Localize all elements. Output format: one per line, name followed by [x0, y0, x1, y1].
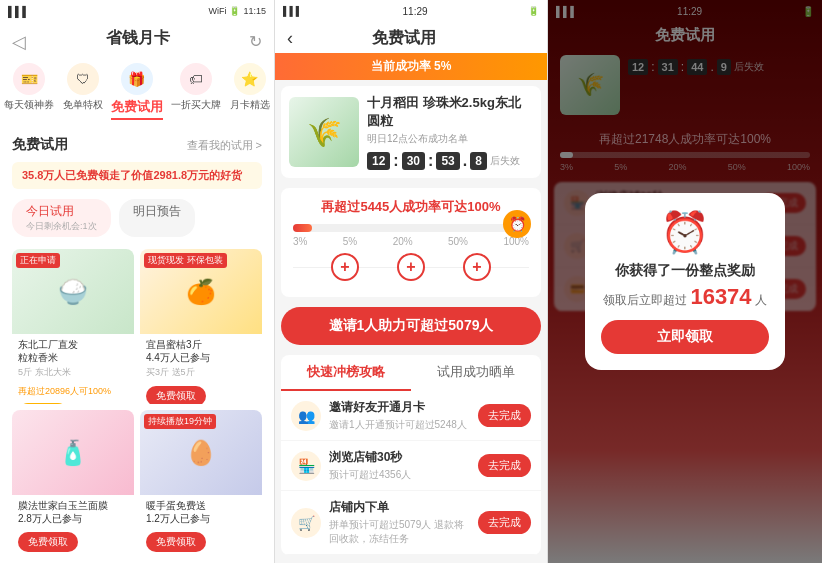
p2-sep3: . [463, 152, 467, 170]
p2-line-mid1 [359, 267, 397, 268]
tomorrow-tab[interactable]: 明日预告 [119, 199, 195, 237]
tab-success-list[interactable]: 试用成功晒单 [411, 355, 541, 391]
popup-sub: 领取后立即超过 16374 人 [601, 284, 769, 310]
card-weight-1: 买3斤 送5斤 [146, 366, 256, 379]
time-display-2: 11:29 [403, 6, 428, 17]
today-tab[interactable]: 今日试用 今日剩余机会:1次 [12, 199, 111, 237]
reward-popup: ⏰ 你获得了一份整点奖励 领取后立即超过 16374 人 立即领取 [585, 193, 785, 370]
product-grid: 🍚 正在申请 东北工厂直发粒粒香米 5斤 东北大米 再超过20896人可100%… [0, 243, 274, 563]
p2-progress-title: 再超过5445人成功率可达100% [293, 198, 529, 216]
p2-plus-1[interactable]: + [331, 253, 359, 281]
p2-plus-3[interactable]: + [463, 253, 491, 281]
battery-icon: 🔋 [229, 6, 240, 16]
p2-label-2: 20% [393, 236, 413, 247]
task-title-2: 店铺内下单 [329, 499, 470, 516]
tab-selected[interactable]: ⭐ 月卡精选 [230, 63, 270, 120]
task-title-1: 浏览店铺30秒 [329, 449, 470, 466]
task-sub-1: 预计可超过4356人 [329, 468, 470, 482]
p2-sep1: : [393, 152, 398, 170]
p2-plus-row: + + + [293, 247, 529, 287]
task-item-2: 🛒 店铺内下单 拼单预计可超过5079人 退款将回收款，冻结任务 去完成 [281, 491, 541, 555]
signal-2: ▌▌▌ [283, 6, 302, 16]
card-btn-1[interactable]: 免费领取 [146, 386, 206, 404]
badge-3: 持续播放19分钟 [144, 414, 216, 429]
p2-invite-btn[interactable]: 邀请1人助力可超过5079人 [281, 307, 541, 345]
p2-count-m: 30 [402, 152, 425, 170]
card-btn-2[interactable]: 免费领取 [18, 532, 78, 552]
p2-progress-bar: ⏰ [293, 224, 529, 232]
product-image-2: 🧴 [12, 410, 134, 495]
section-header: 免费试用 查看我的试用 > [0, 128, 274, 158]
tab-label-3: 一折买大牌 [171, 98, 221, 112]
tab-discount[interactable]: 🏷 一折买大牌 [171, 63, 221, 120]
tab-strategy-label: 快速冲榜攻略 [307, 364, 385, 379]
task-btn-0[interactable]: 去完成 [478, 404, 531, 427]
task-sub-0: 邀请1人开通预计可超过5248人 [329, 418, 470, 432]
p2-product-card: 🌾 十月稻田 珍珠米2.5kg东北圆粒 明日12点公布成功名单 12 : 30 … [281, 86, 541, 178]
task-sub-2: 拼单预计可超过5079人 退款将回收款，冻结任务 [329, 518, 470, 546]
popup-claim-btn[interactable]: 立即领取 [601, 320, 769, 354]
section-link[interactable]: 查看我的试用 > [187, 138, 262, 153]
tab-success-label: 试用成功晒单 [437, 364, 515, 379]
p2-header: ‹ 免费试用 [275, 22, 547, 53]
task-item-1: 🏪 浏览店铺30秒 预计可超过4356人 去完成 [281, 441, 541, 491]
task-icon-2: 🛒 [291, 508, 321, 538]
p2-sep2: : [428, 152, 433, 170]
tab-daily-coupon[interactable]: 🎫 每天领神券 [4, 63, 54, 120]
today-sub: 今日剩余机会:1次 [26, 220, 97, 233]
product-card-1: 🍊 现货现发 环保包装 宜昌蜜桔3斤4.4万人已参与 买3斤 送5斤 免费领取 [140, 249, 262, 404]
card-title-1: 宜昌蜜桔3斤4.4万人已参与 [146, 338, 256, 364]
status-bar-2: ▌▌▌ 11:29 🔋 [275, 0, 547, 22]
popup-title: 你获得了一份整点奖励 [601, 262, 769, 280]
product-card-3: 🥚 持续播放19分钟 暖手蛋免费送1.2万人已参与 免费领取 [140, 410, 262, 557]
p1-tab-nav: 🎫 每天领神券 🛡 免单特权 🎁 免费试用 🏷 一折买大牌 ⭐ 月卡精选 [0, 55, 274, 128]
banner-text: 35.8万人已免费领走了价值2981.8万元的好货 [22, 169, 242, 181]
card-btn-0[interactable]: 去冲榜 [18, 403, 68, 404]
time-display-1: 11:15 [243, 6, 266, 16]
tab-free-single[interactable]: 🛡 免单特权 [63, 63, 103, 120]
panel-3: ▌▌▌ 11:29 🔋 免费试用 🌾 12 : 31 : 44 . 9 后失效 [548, 0, 822, 563]
p1-header: ◁ 省钱月卡 ↻ [0, 22, 274, 55]
panel-2: ▌▌▌ 11:29 🔋 ‹ 免费试用 当前成功率 5% 🌾 十月稻田 珍珠米2.… [274, 0, 548, 563]
p2-progress-fill [293, 224, 312, 232]
task-title-0: 邀请好友开通月卡 [329, 399, 470, 416]
day-tab-row: 今日试用 今日剩余机会:1次 明日预告 [0, 193, 274, 243]
badge-1: 现货现发 环保包装 [144, 253, 227, 268]
product-card-2: 🧴 膜法世家白玉兰面膜2.8万人已参与 免费领取 [12, 410, 134, 557]
star-icon: ⭐ [234, 63, 266, 95]
tab-free-trial[interactable]: 🎁 免费试用 [111, 63, 163, 120]
task-btn-1[interactable]: 去完成 [478, 454, 531, 477]
tab-label-1: 免单特权 [63, 98, 103, 112]
p2-task-list: 👥 邀请好友开通月卡 邀请1人开通预计可超过5248人 去完成 🏪 浏览店铺30… [281, 391, 541, 555]
task-item-0: 👥 邀请好友开通月卡 邀请1人开通预计可超过5248人 去完成 [281, 391, 541, 441]
card-btn-3[interactable]: 免费领取 [146, 532, 206, 552]
card-title-2: 膜法世家白玉兰面膜2.8万人已参与 [18, 499, 128, 525]
p2-task-tabs: 快速冲榜攻略 试用成功晒单 [281, 355, 541, 391]
task-btn-2[interactable]: 去完成 [478, 511, 531, 534]
tab-label-2: 免费试用 [111, 98, 163, 120]
p2-success-bar: 当前成功率 5% [275, 53, 547, 80]
shield-icon: 🛡 [67, 63, 99, 95]
p2-back-btn[interactable]: ‹ [287, 28, 293, 49]
tab-strategy[interactable]: 快速冲榜攻略 [281, 355, 411, 391]
signal-icon: ▌▌▌ [8, 6, 29, 17]
p2-clock-btn: ⏰ [503, 210, 531, 238]
p1-back-icon[interactable]: ◁ [12, 31, 26, 53]
wifi-icon: WiFi [208, 6, 226, 16]
panel-1: ▌▌▌ WiFi 🔋 11:15 ◁ 省钱月卡 ↻ 🎫 每天领神券 🛡 免单特权… [0, 0, 274, 563]
battery-2: 🔋 [528, 6, 539, 16]
p3-overlay[interactable]: ⏰ 你获得了一份整点奖励 领取后立即超过 16374 人 立即领取 [548, 0, 822, 563]
section-title: 免费试用 [12, 136, 68, 154]
p2-page-title: 免费试用 [301, 28, 507, 49]
p2-progress-section: 再超过5445人成功率可达100% ⏰ 3% 5% 20% 50% 100% +… [281, 188, 541, 297]
p2-product-img: 🌾 [289, 97, 359, 167]
p2-label-3: 50% [448, 236, 468, 247]
p2-plus-2[interactable]: + [397, 253, 425, 281]
p2-line-right [491, 267, 529, 268]
card-title-0: 东北工厂直发粒粒香米 [18, 338, 128, 364]
p1-refresh-icon[interactable]: ↻ [249, 32, 262, 51]
tab-label-0: 每天领神券 [4, 98, 54, 112]
status-bar-1: ▌▌▌ WiFi 🔋 11:15 [0, 0, 274, 22]
product-card-0: 🍚 正在申请 东北工厂直发粒粒香米 5斤 东北大米 再超过20896人可100%… [12, 249, 134, 404]
p1-promo-banner: 35.8万人已免费领走了价值2981.8万元的好货 [12, 162, 262, 189]
